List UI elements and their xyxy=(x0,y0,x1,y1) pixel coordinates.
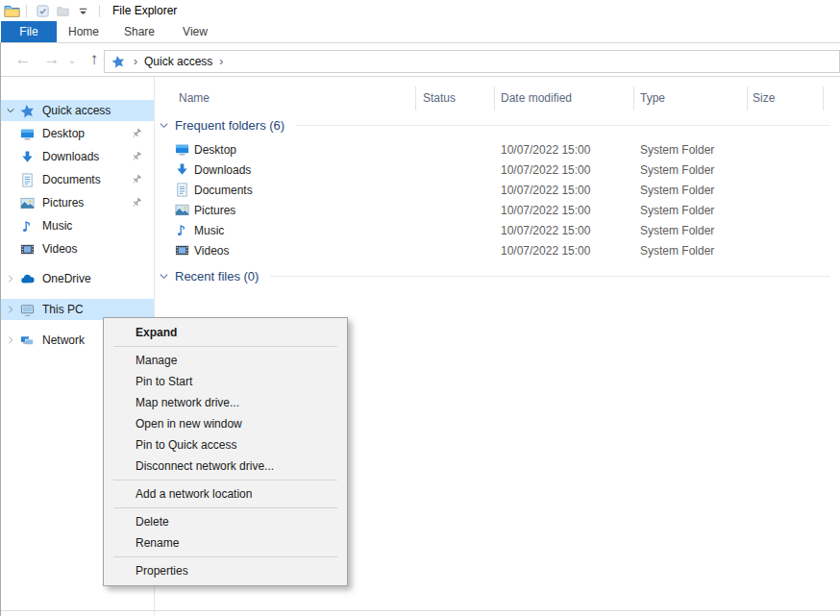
sidebar-item-label: Downloads xyxy=(42,150,131,163)
column-header-type[interactable]: Type xyxy=(640,91,665,105)
file-date-modified: 10/07/2022 15:00 xyxy=(501,143,590,157)
menu-item-properties[interactable]: Properties xyxy=(104,560,347,581)
chevron-right-icon[interactable] xyxy=(5,335,16,345)
onedrive-cloud-icon xyxy=(19,272,35,286)
desktop-icon xyxy=(19,127,35,141)
sidebar-item-onedrive[interactable]: OneDrive xyxy=(0,268,154,289)
downloads-icon xyxy=(19,150,35,164)
file-row-pictures[interactable]: Pictures 10/07/2022 15:00 System Folder xyxy=(155,201,840,221)
sidebar-item-videos[interactable]: Videos xyxy=(0,238,154,259)
tab-view[interactable]: View xyxy=(168,21,222,42)
properties-quick-action-icon[interactable] xyxy=(34,2,52,19)
column-resize-handle[interactable] xyxy=(494,86,495,111)
file-name: Desktop xyxy=(194,143,236,157)
toolbar-separator xyxy=(26,5,27,17)
file-name: Pictures xyxy=(194,204,235,217)
ribbon-tab-bar: File Home Share View xyxy=(0,21,840,43)
breadcrumb-separator[interactable]: › xyxy=(134,55,137,68)
sidebar-item-downloads[interactable]: Downloads xyxy=(0,146,154,167)
tab-file[interactable]: File xyxy=(1,21,57,42)
menu-item-pin-to-start[interactable]: Pin to Start xyxy=(104,371,347,392)
sidebar-item-quick-access[interactable]: Quick access xyxy=(0,100,154,121)
file-row-documents[interactable]: Documents 10/07/2022 15:00 System Folder xyxy=(155,181,840,201)
status-bar-divider xyxy=(0,610,840,611)
new-folder-quick-action-icon[interactable] xyxy=(54,2,72,19)
recent-locations-dropdown-icon[interactable]: ⌄ xyxy=(65,43,79,76)
file-name: Documents xyxy=(194,184,253,197)
customize-quick-access-toolbar-dropdown-icon[interactable] xyxy=(74,2,92,19)
menu-item-pin-to-quick-access[interactable]: Pin to Quick access xyxy=(104,434,347,456)
menu-separator xyxy=(113,507,337,508)
videos-icon xyxy=(19,242,35,257)
file-row-music[interactable]: Music 10/07/2022 15:00 System Folder xyxy=(155,221,840,241)
column-header-status[interactable]: Status xyxy=(423,91,456,105)
file-date-modified: 10/07/2022 15:00 xyxy=(501,184,590,197)
column-header-size[interactable]: Size xyxy=(753,91,775,105)
column-resize-handle[interactable] xyxy=(747,86,748,111)
file-explorer-window: { "window": { "title": "File Explorer" }… xyxy=(0,0,840,616)
file-date-modified: 10/07/2022 15:00 xyxy=(501,244,590,258)
file-type: System Folder xyxy=(640,204,714,217)
chevron-down-icon[interactable] xyxy=(5,106,16,115)
sidebar-item-desktop[interactable]: Desktop xyxy=(0,123,154,144)
pin-icon xyxy=(131,151,144,162)
column-resize-handle[interactable] xyxy=(633,86,634,111)
tab-share[interactable]: Share xyxy=(111,21,168,42)
file-row-videos[interactable]: Videos 10/07/2022 15:00 System Folder xyxy=(155,241,840,261)
menu-item-disconnect-network-drive[interactable]: Disconnect network drive... xyxy=(104,456,347,477)
window-left-border xyxy=(0,42,1,616)
file-row-downloads[interactable]: Downloads 10/07/2022 15:00 System Folder xyxy=(155,160,840,181)
sidebar-item-documents[interactable]: Documents xyxy=(0,169,154,190)
column-header-name[interactable]: Name xyxy=(179,91,210,105)
chevron-down-icon xyxy=(159,120,169,131)
menu-item-delete[interactable]: Delete xyxy=(104,511,347,532)
quick-access-star-icon xyxy=(19,104,35,118)
chevron-right-icon[interactable] xyxy=(5,305,16,314)
menu-item-manage[interactable]: Manage xyxy=(104,350,347,371)
quick-access-star-icon[interactable] xyxy=(111,55,127,68)
column-header-date-modified[interactable]: Date modified xyxy=(501,91,572,105)
menu-item-expand[interactable]: Expand xyxy=(104,322,347,343)
network-icon xyxy=(19,333,35,348)
file-date-modified: 10/07/2022 15:00 xyxy=(501,163,590,177)
file-row-desktop[interactable]: Desktop 10/07/2022 15:00 System Folder xyxy=(155,140,840,160)
menu-item-add-a-network-location[interactable]: Add a network location xyxy=(104,483,347,505)
file-date-modified: 10/07/2022 15:00 xyxy=(501,204,590,217)
file-type: System Folder xyxy=(640,244,714,258)
forward-button[interactable]: → xyxy=(40,43,63,76)
pictures-icon xyxy=(175,203,190,218)
sidebar-item-label: Desktop xyxy=(42,127,131,140)
sidebar-item-pictures[interactable]: Pictures xyxy=(0,192,154,213)
file-type: System Folder xyxy=(640,224,714,237)
breadcrumb-quick-access[interactable]: Quick access xyxy=(144,55,212,68)
navigation-bar: ← → ⌄ ↑ › Quick access › xyxy=(0,43,840,77)
title-bar: File Explorer xyxy=(0,0,840,21)
group-header-recent-files[interactable]: Recent files (0) xyxy=(159,269,830,283)
group-header-frequent-folders[interactable]: Frequent folders (6) xyxy=(159,118,830,133)
file-name: Videos xyxy=(194,244,229,258)
file-type: System Folder xyxy=(640,184,714,197)
videos-icon xyxy=(175,243,190,259)
tab-home[interactable]: Home xyxy=(57,21,111,42)
column-resize-handle[interactable] xyxy=(415,86,416,111)
menu-item-map-network-drive[interactable]: Map network drive... xyxy=(104,392,347,413)
music-icon xyxy=(175,223,190,238)
menu-separator xyxy=(113,556,337,557)
back-button[interactable]: ← xyxy=(12,43,35,76)
menu-item-open-in-new-window[interactable]: Open in new window xyxy=(104,413,347,434)
chevron-right-icon[interactable] xyxy=(5,274,16,283)
pin-icon xyxy=(131,174,144,185)
file-explorer-logo-icon xyxy=(4,3,20,19)
desktop-icon xyxy=(175,142,190,158)
sidebar-item-label: Pictures xyxy=(42,196,131,209)
sidebar-item-music[interactable]: Music xyxy=(0,215,154,236)
file-name: Downloads xyxy=(194,163,251,177)
group-header-rule xyxy=(270,276,830,277)
up-button[interactable]: ↑ xyxy=(83,43,106,76)
breadcrumb-separator[interactable]: › xyxy=(219,55,223,68)
column-resize-handle[interactable] xyxy=(823,86,824,111)
music-icon xyxy=(19,219,35,234)
menu-item-rename[interactable]: Rename xyxy=(104,532,347,554)
address-bar[interactable]: › Quick access › xyxy=(104,50,840,73)
file-type: System Folder xyxy=(640,143,714,157)
